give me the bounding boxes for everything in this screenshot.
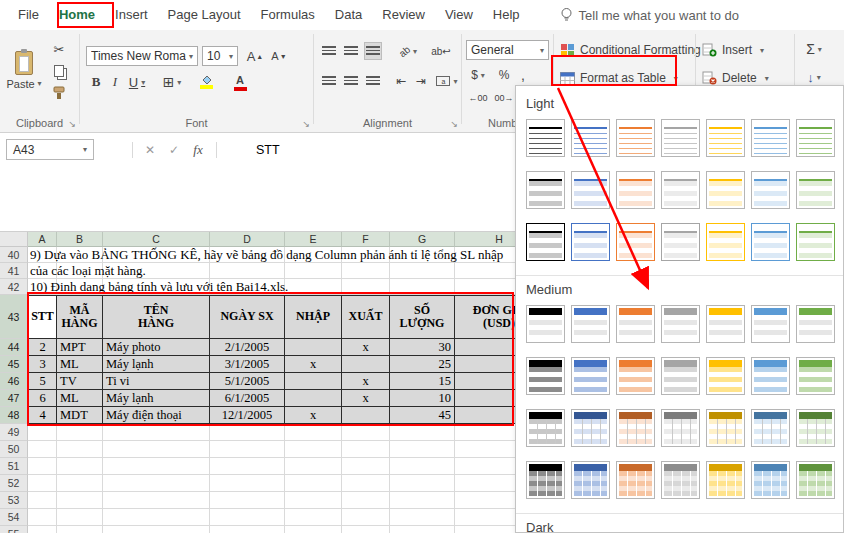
borders-button[interactable]: ⊞▾ bbox=[158, 72, 186, 92]
align-left-button[interactable] bbox=[320, 72, 338, 90]
cell[interactable]: x bbox=[342, 373, 390, 390]
font-color-button[interactable]: A bbox=[226, 72, 254, 92]
table-style-thumbnail[interactable] bbox=[706, 119, 745, 157]
accounting-format-button[interactable]: $▾ bbox=[466, 66, 490, 84]
cell[interactable] bbox=[285, 390, 342, 407]
cell[interactable] bbox=[210, 458, 285, 475]
cell[interactable] bbox=[28, 441, 57, 458]
cell[interactable] bbox=[210, 509, 285, 526]
column-header-C[interactable]: C bbox=[103, 232, 210, 247]
cell[interactable] bbox=[210, 492, 285, 509]
tab-data[interactable]: Data bbox=[325, 0, 372, 30]
table-style-thumbnail[interactable] bbox=[661, 409, 700, 447]
cell[interactable]: Máy photo bbox=[103, 339, 210, 356]
cell[interactable] bbox=[390, 475, 455, 492]
increase-decimal-button[interactable]: ←00 bbox=[466, 90, 490, 106]
cell[interactable] bbox=[57, 458, 103, 475]
cell[interactable] bbox=[390, 509, 455, 526]
cell[interactable] bbox=[103, 492, 210, 509]
autosum-button[interactable]: Σ▾ bbox=[799, 40, 829, 58]
cell[interactable] bbox=[342, 407, 390, 424]
cell[interactable] bbox=[342, 492, 390, 509]
align-top-button[interactable] bbox=[320, 42, 338, 60]
clipboard-dialog-launcher[interactable]: ↘ bbox=[68, 120, 76, 129]
column-header-D[interactable]: D bbox=[210, 232, 285, 247]
name-box-dropdown-icon[interactable]: ▾ bbox=[83, 145, 87, 154]
orientation-button[interactable]: ab▾ bbox=[394, 42, 422, 60]
row-header-46[interactable]: 46 bbox=[0, 373, 28, 390]
decrease-indent-button[interactable]: ⇤ bbox=[392, 72, 410, 90]
cell[interactable] bbox=[57, 475, 103, 492]
cell[interactable]: TV bbox=[57, 373, 103, 390]
cell[interactable] bbox=[103, 475, 210, 492]
cell[interactable] bbox=[342, 279, 390, 295]
cell[interactable]: x bbox=[285, 407, 342, 424]
tab-home[interactable]: Home bbox=[49, 0, 105, 30]
table-style-thumbnail[interactable] bbox=[796, 357, 835, 395]
align-bottom-button[interactable] bbox=[364, 42, 382, 60]
cell[interactable] bbox=[285, 339, 342, 356]
cell[interactable] bbox=[390, 458, 455, 475]
cell[interactable]: 10 bbox=[390, 390, 455, 407]
cell[interactable]: ML bbox=[57, 356, 103, 373]
table-style-thumbnail[interactable] bbox=[526, 223, 565, 261]
table-style-thumbnail[interactable] bbox=[526, 171, 565, 209]
table-header-cell[interactable]: NGÀY SX bbox=[210, 295, 285, 339]
table-style-thumbnail[interactable] bbox=[571, 357, 610, 395]
cell[interactable] bbox=[285, 424, 342, 441]
table-style-thumbnail[interactable] bbox=[571, 305, 610, 343]
table-style-thumbnail[interactable] bbox=[751, 461, 790, 499]
table-style-thumbnail[interactable] bbox=[526, 357, 565, 395]
column-header-G[interactable]: G bbox=[390, 232, 455, 247]
cell[interactable] bbox=[390, 279, 455, 295]
cell[interactable] bbox=[57, 509, 103, 526]
table-style-thumbnail[interactable] bbox=[706, 409, 745, 447]
table-header-cell[interactable]: MÃ HÀNG bbox=[57, 295, 103, 339]
cell[interactable] bbox=[103, 424, 210, 441]
cell[interactable] bbox=[57, 424, 103, 441]
align-right-button[interactable] bbox=[364, 72, 382, 90]
formula-input[interactable]: STT bbox=[256, 139, 280, 160]
copy-button[interactable] bbox=[48, 62, 70, 80]
table-style-thumbnail[interactable] bbox=[706, 171, 745, 209]
paste-button[interactable]: Paste▾ bbox=[4, 38, 44, 102]
increase-indent-button[interactable]: ⇥ bbox=[412, 72, 430, 90]
table-style-thumbnail[interactable] bbox=[571, 409, 610, 447]
column-header-A[interactable]: A bbox=[28, 232, 57, 247]
cell[interactable]: 30 bbox=[390, 339, 455, 356]
percent-style-button[interactable]: % bbox=[496, 66, 512, 84]
cell[interactable] bbox=[57, 526, 103, 533]
row-header-44[interactable]: 44 bbox=[0, 339, 28, 356]
cell[interactable]: 6 bbox=[28, 390, 57, 407]
table-style-thumbnail[interactable] bbox=[751, 119, 790, 157]
comma-style-button[interactable]: , bbox=[516, 66, 530, 84]
row-header-54[interactable]: 54 bbox=[0, 509, 28, 526]
table-header-cell[interactable]: SỐ LƯỢNG bbox=[390, 295, 455, 339]
column-header-B[interactable]: B bbox=[57, 232, 103, 247]
cell[interactable] bbox=[285, 475, 342, 492]
cell[interactable] bbox=[28, 526, 57, 533]
cell[interactable] bbox=[210, 475, 285, 492]
font-name-combo[interactable]: Times New Roma▾ bbox=[86, 46, 198, 66]
number-format-combo[interactable]: General▾ bbox=[466, 40, 549, 60]
row-header-47[interactable]: 47 bbox=[0, 390, 28, 407]
cell[interactable] bbox=[342, 356, 390, 373]
underline-button[interactable]: U▾ bbox=[124, 72, 150, 92]
cell[interactable]: Máy lạnh bbox=[103, 390, 210, 407]
insert-function-button[interactable]: fx bbox=[188, 139, 208, 160]
format-painter-button[interactable] bbox=[48, 84, 70, 102]
table-style-thumbnail[interactable] bbox=[616, 223, 655, 261]
row-header-41[interactable]: 41 bbox=[0, 263, 28, 279]
cell[interactable] bbox=[103, 458, 210, 475]
cell[interactable]: x bbox=[285, 356, 342, 373]
table-style-thumbnail[interactable] bbox=[796, 461, 835, 499]
cell[interactable] bbox=[285, 492, 342, 509]
column-header-E[interactable]: E bbox=[285, 232, 342, 247]
cancel-button[interactable]: ✕ bbox=[140, 139, 160, 160]
cell[interactable] bbox=[342, 475, 390, 492]
table-style-thumbnail[interactable] bbox=[526, 461, 565, 499]
cell[interactable] bbox=[390, 492, 455, 509]
table-style-thumbnail[interactable] bbox=[706, 305, 745, 343]
row-header-48[interactable]: 48 bbox=[0, 407, 28, 424]
cell[interactable] bbox=[342, 424, 390, 441]
